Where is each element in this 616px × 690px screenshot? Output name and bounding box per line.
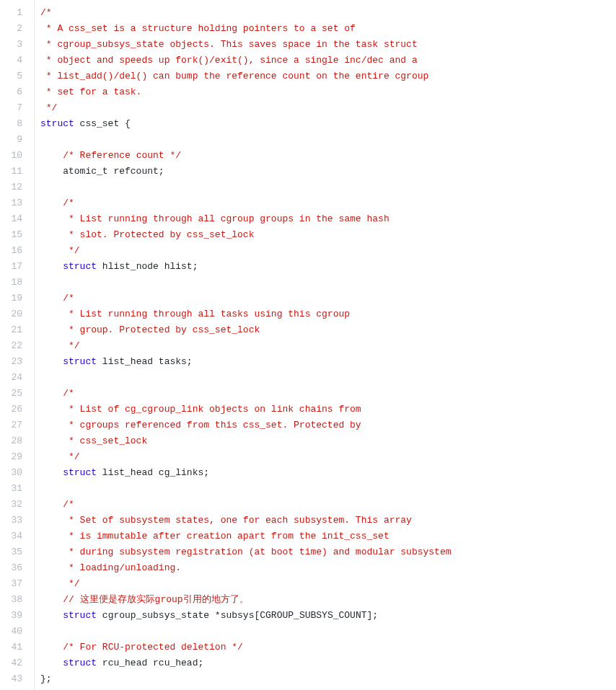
line-number: 19 [0,291,27,306]
code-line[interactable]: /* [40,195,616,211]
code-line[interactable]: /* [40,5,616,21]
line-number: 16 [0,243,27,259]
code-token-comment: // 这里便是存放实际group引用的地方了。 [63,594,248,605]
line-number: 8 [0,116,27,132]
code-line[interactable]: */ [40,449,616,465]
line-number: 15 [0,227,27,243]
code-token-plain [40,261,63,272]
code-token-comment: */ [40,245,80,256]
code-line[interactable]: * List of cg_cgroup_link objects on link… [40,402,616,417]
line-number-gutter: 1234567891011121314151617181920212223242… [0,0,35,690]
code-token-keyword: struct [63,356,97,367]
code-line[interactable]: struct hlist_node hlist; [40,259,616,275]
code-token-comment: * during subsystem registration (at boot… [40,547,452,557]
code-area[interactable]: /* * A css_set is a structure holding po… [35,0,616,690]
line-number: 33 [0,513,27,528]
code-line[interactable] [40,275,616,291]
code-line[interactable]: /* [40,497,616,513]
code-line[interactable]: * List running through all tasks using t… [40,306,616,322]
code-token-plain: cgroup_subsys_state *subsys[CGROUP_SUBSY… [97,610,378,621]
code-line[interactable]: struct cgroup_subsys_state *subsys[CGROU… [40,608,616,624]
code-token-plain [40,467,63,478]
code-line[interactable]: */ [40,338,616,354]
code-line[interactable]: * list_add()/del() can bump the referenc… [40,68,616,84]
line-number: 31 [0,481,27,497]
code-line[interactable]: // 这里便是存放实际group引用的地方了。 [40,592,616,608]
code-token-plain: hlist_node hlist; [97,261,198,272]
code-token-keyword: struct [63,467,97,478]
code-token-comment: /* [63,388,74,399]
code-line[interactable]: * is immutable after creation apart from… [40,528,616,544]
code-token-comment: * List running through all cgroup groups… [40,213,390,224]
code-token-comment: */ [40,102,57,113]
line-number: 4 [0,53,27,68]
code-token-plain [40,293,63,304]
code-line[interactable]: * group. Protected by css_set_lock [40,322,616,338]
code-line[interactable]: * A css_set is a structure holding point… [40,21,616,37]
code-token-keyword: struct [63,261,97,272]
code-line[interactable]: /* [40,386,616,402]
code-line[interactable]: */ [40,243,616,259]
line-number: 26 [0,402,27,417]
code-line[interactable]: atomic_t refcount; [40,164,616,180]
line-number: 27 [0,417,27,433]
code-token-comment: */ [40,340,80,351]
code-token-plain: rcu_head rcu_head; [97,658,203,668]
code-token-comment: */ [40,578,80,589]
code-line[interactable]: }; [40,671,616,687]
line-number: 43 [0,671,27,687]
code-token-comment: * List running through all tasks using t… [40,309,350,319]
code-line[interactable]: * Set of subsystem states, one for each … [40,513,616,528]
line-number: 39 [0,608,27,624]
code-line[interactable]: * set for a task. [40,84,616,100]
line-number: 32 [0,497,27,513]
code-line[interactable]: struct list_head tasks; [40,354,616,370]
code-line[interactable]: * during subsystem registration (at boot… [40,544,616,560]
code-token-plain: list_head tasks; [97,356,193,367]
code-line[interactable] [40,132,616,148]
code-token-comment: /* [63,499,74,510]
code-line[interactable]: * cgroup_subsys_state objects. This save… [40,37,616,53]
line-number: 11 [0,164,27,180]
code-token-comment: * object and speeds up fork()/exit(), si… [40,55,418,66]
code-line[interactable]: * object and speeds up fork()/exit(), si… [40,53,616,68]
code-line[interactable]: /* [40,291,616,306]
code-line[interactable]: struct list_head cg_links; [40,465,616,481]
line-number: 22 [0,338,27,354]
line-number: 42 [0,655,27,671]
line-number: 21 [0,322,27,338]
line-number: 7 [0,100,27,116]
code-line[interactable]: */ [40,576,616,592]
code-line[interactable]: * List running through all cgroup groups… [40,211,616,227]
line-number: 35 [0,544,27,560]
code-line[interactable]: * slot. Protected by css_set_lock [40,227,616,243]
code-token-comment: * list_add()/del() can bump the referenc… [40,71,428,81]
code-line[interactable] [40,624,616,640]
line-number: 41 [0,640,27,655]
line-number: 18 [0,275,27,291]
code-line[interactable]: /* For RCU-protected deletion */ [40,640,616,655]
code-token-comment: * List of cg_cgroup_link objects on link… [40,404,361,415]
code-line[interactable]: /* Reference count */ [40,148,616,164]
code-line[interactable]: */ [40,100,616,116]
code-token-comment: * slot. Protected by css_set_lock [40,229,254,240]
code-line[interactable] [40,370,616,386]
code-line[interactable]: * cgroups referenced from this css_set. … [40,417,616,433]
code-line[interactable]: struct rcu_head rcu_head; [40,655,616,671]
code-token-comment: * cgroup_subsys_state objects. This save… [40,39,418,50]
code-token-plain [40,594,63,605]
line-number: 28 [0,433,27,449]
line-number: 29 [0,449,27,465]
line-number: 9 [0,132,27,148]
code-line[interactable] [40,481,616,497]
code-line[interactable]: struct css_set { [40,116,616,132]
code-token-comment: * loading/unloading. [40,562,181,573]
line-number: 6 [0,84,27,100]
code-line[interactable] [40,180,616,195]
line-number: 10 [0,148,27,164]
code-line[interactable]: * loading/unloading. [40,560,616,576]
line-number: 34 [0,528,27,544]
code-token-plain: atomic_t refcount; [40,166,164,177]
code-token-comment: /* For RCU-protected deletion */ [63,642,243,653]
code-line[interactable]: * css_set_lock [40,433,616,449]
